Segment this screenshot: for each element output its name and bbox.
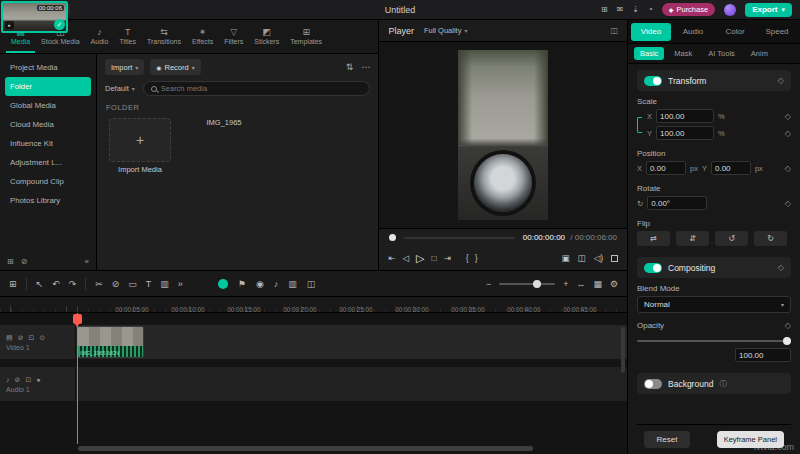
subtab-basic[interactable]: Basic bbox=[634, 47, 664, 60]
fullscreen-icon[interactable] bbox=[611, 255, 618, 262]
sidebar-item-influence-kit[interactable]: Influence Kit bbox=[0, 134, 96, 153]
eye-icon[interactable]: ⊙ bbox=[39, 334, 45, 342]
import-button[interactable]: Import ▾ bbox=[105, 59, 144, 75]
timeline-clip[interactable]: IMG_1965.MOV bbox=[77, 326, 144, 358]
avatar[interactable] bbox=[724, 4, 736, 16]
subtab-mask[interactable]: Mask bbox=[668, 47, 698, 60]
tab-video[interactable]: Video bbox=[631, 23, 671, 41]
bell-icon[interactable]: ◔ bbox=[648, 5, 653, 14]
compositing-toggle[interactable] bbox=[644, 263, 662, 273]
audio-track-lane[interactable] bbox=[76, 367, 627, 401]
scale-x-input[interactable] bbox=[656, 109, 714, 123]
seek-knob[interactable] bbox=[389, 234, 396, 241]
subtab-animation[interactable]: Anim bbox=[745, 47, 774, 60]
timeline-vscrollbar[interactable] bbox=[621, 327, 625, 373]
jump-start-icon[interactable]: ⇤ bbox=[388, 253, 395, 263]
download-icon[interactable]: ⇣ bbox=[632, 5, 639, 14]
more-tools-icon[interactable]: » bbox=[178, 279, 183, 289]
rotate-input[interactable] bbox=[647, 196, 707, 210]
record-arm-icon[interactable]: ● bbox=[36, 376, 40, 383]
undo-icon[interactable]: ↶ bbox=[52, 279, 60, 289]
split-icon[interactable]: ✂ bbox=[95, 279, 103, 289]
reset-button[interactable]: Reset bbox=[644, 431, 690, 448]
volume-icon[interactable]: ◁) bbox=[594, 253, 603, 263]
delete-icon[interactable]: ⊘ bbox=[112, 279, 120, 289]
zoom-out-icon[interactable]: − bbox=[486, 279, 491, 289]
opacity-input[interactable] bbox=[735, 348, 791, 362]
tab-audio[interactable]: ♪ Audio bbox=[86, 20, 114, 53]
search-input[interactable] bbox=[161, 84, 363, 93]
sidebar-item-cloud-media[interactable]: Cloud Media bbox=[0, 115, 96, 134]
seek-track[interactable] bbox=[404, 237, 514, 239]
tab-filters[interactable]: ▽ Filters bbox=[219, 20, 248, 53]
lock-track-icon[interactable]: ⊡ bbox=[29, 334, 35, 342]
video-track-lane[interactable]: IMG_1965.MOV bbox=[76, 325, 627, 359]
stop-icon[interactable]: □ bbox=[432, 253, 437, 263]
position-y-input[interactable] bbox=[711, 161, 751, 175]
prev-frame-icon[interactable]: ◁ bbox=[403, 253, 410, 263]
keyframe-diamond-icon[interactable]: ◇ bbox=[778, 76, 784, 85]
rotate-ccw-button[interactable]: ↺ bbox=[715, 231, 748, 246]
sidebar-item-compound-clip[interactable]: Compound Clip bbox=[0, 172, 96, 191]
keyframe-diamond-icon[interactable]: ◇ bbox=[785, 199, 791, 208]
sidebar-item-adjustment-layer[interactable]: Adjustment L... bbox=[0, 153, 96, 172]
position-x-input[interactable] bbox=[646, 161, 686, 175]
tab-transitions[interactable]: ⇆ Transitions bbox=[142, 20, 186, 53]
zoom-knob[interactable] bbox=[533, 280, 541, 288]
tab-stickers[interactable]: ◩ Stickers bbox=[249, 20, 284, 53]
render-preview-icon[interactable]: ▥ bbox=[288, 279, 297, 289]
sidebar-item-global-media[interactable]: Global Media bbox=[0, 96, 96, 115]
sidebar-item-folder[interactable]: Folder bbox=[5, 77, 91, 96]
keyframe-diamond-icon[interactable]: ◇ bbox=[785, 129, 791, 138]
purchase-button[interactable]: ◆ Purchase bbox=[662, 3, 715, 16]
quality-dropdown[interactable]: Full Quality ▾ bbox=[424, 26, 468, 35]
mark-in-icon[interactable]: { bbox=[466, 253, 469, 263]
fit-timeline-icon[interactable]: ↔ bbox=[576, 279, 585, 289]
playhead-handle[interactable] bbox=[73, 314, 82, 324]
import-media-tile[interactable]: + Import Media bbox=[107, 118, 173, 174]
export-button[interactable]: Export ▾ bbox=[745, 3, 792, 17]
blend-mode-dropdown[interactable]: Normal ▾ bbox=[637, 296, 791, 313]
screen-record-icon[interactable]: ▥ bbox=[160, 279, 169, 289]
mute-track-icon[interactable]: ⊘ bbox=[15, 376, 21, 384]
pointer-tool-icon[interactable]: ↖ bbox=[36, 279, 44, 289]
snapshot-icon[interactable]: ▣ bbox=[562, 253, 570, 263]
filter-dropdown[interactable]: Default ▾ bbox=[105, 84, 135, 93]
more-options-icon[interactable]: ⋯ bbox=[361, 62, 370, 72]
delete-folder-icon[interactable]: ⊘ bbox=[21, 257, 28, 266]
timeline-ruler[interactable]: 00:00:05:0000:00:10:0000:00:15:0000:00:2… bbox=[0, 297, 627, 313]
zoom-in-icon[interactable]: + bbox=[563, 279, 568, 289]
timeline-settings-icon[interactable]: ⚙ bbox=[610, 279, 618, 289]
mute-track-icon[interactable]: ⊘ bbox=[18, 334, 24, 342]
redo-icon[interactable]: ↷ bbox=[69, 279, 77, 289]
rotate-dial-icon[interactable]: ↻ bbox=[637, 199, 643, 208]
timeline-hscrollbar[interactable] bbox=[78, 446, 533, 451]
scale-y-input[interactable] bbox=[656, 126, 714, 140]
flip-vertical-button[interactable]: ⇵ bbox=[676, 231, 709, 246]
tab-titles[interactable]: T Titles bbox=[115, 20, 141, 53]
tab-audio-props[interactable]: Audio bbox=[673, 23, 713, 41]
mark-out-icon[interactable]: } bbox=[475, 253, 478, 263]
mini-player-icon[interactable]: ◫ bbox=[610, 26, 618, 35]
rotate-cw-button[interactable]: ↻ bbox=[754, 231, 787, 246]
keyframe-diamond-icon[interactable]: ◇ bbox=[785, 112, 791, 121]
flip-horizontal-button[interactable]: ⇄ bbox=[637, 231, 670, 246]
clip-thumbnail[interactable]: 00:00:06 ▸ ✓ bbox=[1, 1, 68, 33]
next-frame-icon[interactable]: ⇥ bbox=[444, 253, 451, 263]
tab-color[interactable]: Color bbox=[715, 23, 755, 41]
subtab-ai-tools[interactable]: AI Tools bbox=[702, 47, 741, 60]
ai-tool-icon[interactable] bbox=[218, 279, 228, 289]
sort-icon[interactable]: ⇅ bbox=[346, 62, 354, 72]
timeline-menu-icon[interactable]: ⊞ bbox=[9, 279, 17, 289]
sidebar-item-photos-library[interactable]: Photos Library bbox=[0, 191, 96, 210]
dual-view-icon[interactable]: ◫ bbox=[307, 279, 316, 289]
playhead[interactable] bbox=[77, 313, 78, 444]
compare-view-icon[interactable]: ◫ bbox=[578, 253, 586, 263]
scale-link-icon[interactable] bbox=[637, 117, 642, 133]
record-button[interactable]: ◉ Record ▾ bbox=[150, 59, 200, 75]
marker-icon[interactable]: ⚑ bbox=[238, 279, 246, 289]
keyframe-diamond-icon[interactable]: ◇ bbox=[778, 263, 784, 272]
crop-icon[interactable]: ▭ bbox=[128, 279, 137, 289]
tab-speed[interactable]: Speed bbox=[757, 23, 797, 41]
tab-templates[interactable]: ⊞ Templates bbox=[285, 20, 327, 53]
